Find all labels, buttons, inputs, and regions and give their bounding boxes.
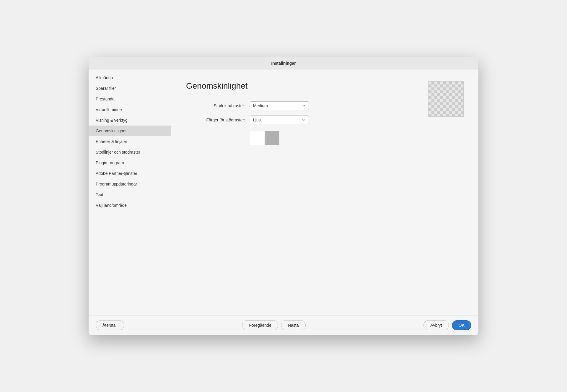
settings-dialog: Inställningar AllmännaSparar filerPresta… [89, 57, 478, 335]
raster-size-label: Storlek på raster: [186, 103, 245, 108]
footer-left: Återställ [96, 320, 124, 330]
swatch-gray[interactable] [265, 131, 279, 145]
sidebar-item-programuppdateringar[interactable]: Programuppdateringar [89, 179, 171, 189]
footer-center: Föregående Nästa [242, 320, 305, 330]
settings-form: Storlek på raster: LitenMediumStor Färge… [186, 101, 464, 145]
ok-button[interactable]: OK [452, 320, 471, 330]
sidebar-item-sparar-filer[interactable]: Sparar filer [89, 83, 171, 94]
reset-button[interactable]: Återställ [96, 320, 124, 330]
grid-color-label: Färger för stödraster: [186, 118, 245, 122]
sidebar-item-text[interactable]: Text [89, 189, 171, 200]
sidebar-item-virtuellt-minne[interactable]: Virtuellt minne [89, 104, 171, 115]
preview-container [428, 81, 464, 117]
next-button[interactable]: Nästa [281, 320, 306, 330]
dialog-footer: Återställ Föregående Nästa Avbryt OK [89, 315, 478, 335]
main-wrapper: Genomskinlighet Storlek på raster: Liten… [171, 69, 478, 315]
dialog-body: AllmännaSparar filerPrestandaVirtuellt m… [89, 69, 478, 315]
sidebar-item-prestanda[interactable]: Prestanda [89, 94, 171, 104]
sidebar-item-enheter-linjaler[interactable]: Enheter & linjaler [89, 136, 171, 147]
prev-button[interactable]: Föregående [242, 320, 278, 330]
cancel-button[interactable]: Avbryt [423, 320, 449, 330]
raster-size-row: Storlek på raster: LitenMediumStor [186, 101, 464, 110]
sidebar-item-allmanna[interactable]: Allmänna [89, 72, 171, 83]
sidebar: AllmännaSparar filerPrestandaVirtuellt m… [89, 69, 171, 315]
sidebar-item-plugin-program[interactable]: Plugin-program [89, 157, 171, 168]
swatch-white[interactable] [250, 131, 264, 145]
dialog-titlebar: Inställningar [89, 57, 478, 69]
sidebar-item-stodlinjer-stodraster[interactable]: Stödlinjer och stödraster [89, 147, 171, 157]
color-swatches [250, 131, 464, 145]
sidebar-item-genomskinlighet[interactable]: Genomskinlighet [89, 126, 171, 136]
dialog-title: Inställningar [271, 61, 296, 66]
sidebar-item-visning-verktyg[interactable]: Visning & verktyg [89, 115, 171, 126]
page-title: Genomskinlighet [186, 81, 464, 91]
raster-size-select[interactable]: LitenMediumStor [250, 101, 309, 110]
grid-color-select[interactable]: LjusMörkAnpassad [250, 116, 309, 124]
sidebar-item-adobe-partner[interactable]: Adobe Partner-tjänster [89, 168, 171, 179]
sidebar-item-valj-land[interactable]: Välj land/område [89, 200, 171, 211]
footer-right: Avbryt OK [423, 320, 471, 330]
grid-color-row: Färger för stödraster: LjusMörkAnpassad [186, 116, 464, 124]
checkerboard-preview [428, 81, 464, 117]
